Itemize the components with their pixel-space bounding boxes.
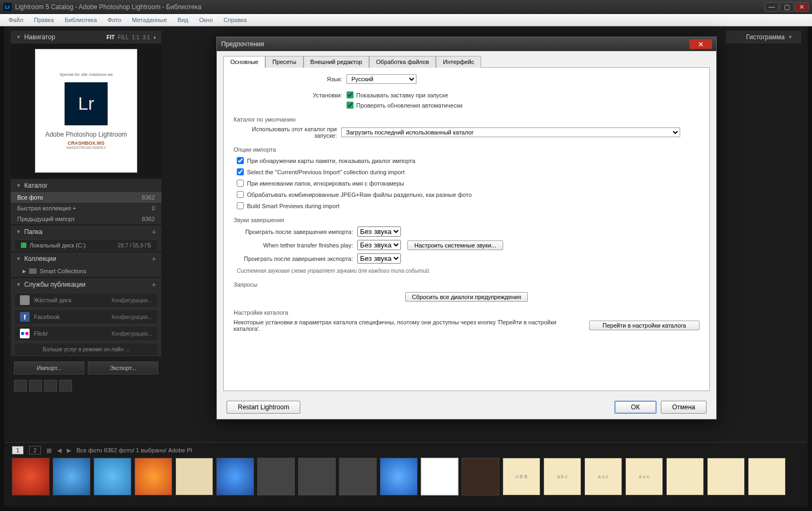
import-option-checkbox[interactable] (237, 180, 244, 187)
zoom-menu-icon[interactable]: ♦ (153, 34, 156, 40)
menu-view[interactable]: Вид (173, 16, 193, 24)
folder-drive-c[interactable]: Локальный диск (C:) 28,7 / 55,9 ГБ (14, 239, 158, 251)
import-option-row[interactable]: Обрабатывать комбинированные JPEG+Raw фа… (237, 191, 700, 198)
import-option-checkbox[interactable] (237, 157, 244, 164)
thumbnail[interactable] (175, 458, 213, 495)
catalog-header[interactable]: ▼ Каталог (11, 179, 161, 192)
thumbnail[interactable] (339, 458, 377, 495)
publish-harddrive[interactable]: Жёсткий диск Конфигурация... (14, 293, 158, 308)
publish-flickr[interactable]: Flickr Конфигурация... (14, 326, 158, 341)
menu-window[interactable]: Окно (195, 16, 217, 24)
publish-header[interactable]: ▼ Службы публикации + (11, 278, 161, 291)
publish-config[interactable]: Конфигурация... (112, 331, 152, 337)
grid-view-icon[interactable] (14, 380, 27, 392)
navigator-header[interactable]: ▼ Навигатор FIT FILL 1:1 3:1 ♦ (11, 31, 161, 44)
compare-view-icon[interactable] (44, 380, 57, 392)
publish-config[interactable]: Конфигурация... (112, 314, 152, 320)
import-option-row[interactable]: При именовании папок, игнорировать имя с… (237, 180, 700, 187)
menu-metadata[interactable]: Метаданные (128, 16, 171, 24)
thumbnail[interactable]: a o c (625, 458, 663, 495)
reset-prompts-button[interactable]: Сбросить все диалоги предупреждения (405, 292, 528, 302)
zoom-fit[interactable]: FIT (107, 34, 115, 40)
loupe-view-icon[interactable] (29, 380, 42, 392)
sound-export-select[interactable]: Без звука (357, 253, 401, 264)
menu-edit[interactable]: Правка (30, 16, 58, 24)
publish-facebook[interactable]: f Facebook Конфигурация... (14, 309, 158, 324)
monitor-1-button[interactable]: 1 (12, 446, 24, 455)
sound-import-select[interactable]: Без звука (357, 226, 401, 237)
thumbnail[interactable] (94, 458, 131, 495)
import-option-row[interactable]: Select the "Current/Previous Import" col… (237, 168, 700, 175)
thumbnail[interactable]: a b c (543, 458, 581, 495)
thumbnail[interactable] (707, 458, 745, 495)
catalog-previous-import[interactable]: Предыдущий импорт 8362 (11, 214, 161, 224)
show-splash-checkbox[interactable] (347, 91, 354, 98)
chevron-right-icon[interactable]: ▶ (67, 447, 71, 454)
export-button[interactable]: Экспорт... (88, 361, 158, 374)
thumbnail[interactable] (748, 458, 786, 495)
thumbnail[interactable] (380, 458, 418, 495)
tab-external-editor[interactable]: Внешний редактор (303, 56, 369, 68)
folders-header[interactable]: ▼ Папка + (11, 225, 161, 238)
thumbnail[interactable] (666, 458, 704, 495)
tab-presets[interactable]: Пресеты (265, 56, 303, 68)
add-folder-icon[interactable]: + (152, 228, 156, 236)
zoom-fill[interactable]: FILL (118, 34, 129, 40)
monitor-2-button[interactable]: 2 (29, 446, 41, 455)
zoom-3-1[interactable]: 3:1 (143, 34, 150, 40)
zoom-1-1[interactable]: 1:1 (132, 34, 139, 40)
menu-file[interactable]: Файл (4, 16, 27, 24)
chevron-left-icon[interactable]: ◀ (57, 447, 61, 454)
thumbnail[interactable] (462, 458, 499, 495)
navigator-preview[interactable]: Special for site crashbox.ws Lr Adobe Ph… (11, 44, 161, 178)
default-catalog-title: Каталог по умолчанию (234, 116, 700, 123)
close-button[interactable]: ✕ (795, 2, 809, 12)
collections-header[interactable]: ▼ Коллекции + (11, 252, 161, 265)
menu-library[interactable]: Библиотека (60, 16, 101, 24)
import-option-checkbox[interactable] (237, 168, 244, 175)
import-button[interactable]: Импорт... (14, 361, 84, 374)
thumbnail[interactable] (216, 458, 254, 495)
histogram-header[interactable]: Гистограмма ▼ (726, 31, 801, 44)
thumbnail[interactable] (298, 458, 336, 495)
smart-collections[interactable]: ▶ Smart Collections (11, 265, 161, 277)
import-option-checkbox[interactable] (237, 202, 244, 209)
system-sounds-button[interactable]: Настроить системные звуки... (407, 240, 503, 250)
survey-view-icon[interactable] (59, 380, 72, 392)
tab-general[interactable]: Основные (223, 56, 265, 68)
cancel-button[interactable]: Отмена (661, 401, 707, 414)
thumbnail[interactable]: a o c (584, 458, 622, 495)
ok-button[interactable]: ОК (615, 401, 656, 414)
thumbnail[interactable] (53, 458, 90, 495)
minimize-button[interactable]: — (765, 2, 779, 12)
grid-icon[interactable]: ▦ (46, 447, 52, 454)
thumbnail[interactable] (12, 458, 50, 495)
thumbnail[interactable] (135, 458, 172, 495)
thumbnail[interactable] (421, 458, 458, 495)
maximize-button[interactable]: ▢ (780, 2, 794, 12)
sound-tether-label: When tether transfer finishes play: (234, 242, 357, 249)
dialog-close-button[interactable]: ✕ (689, 39, 712, 49)
restart-lightroom-button[interactable]: Restart Lightroom (227, 401, 300, 414)
catalog-all-photos[interactable]: Все фото 8362 (11, 192, 161, 203)
add-collection-icon[interactable]: + (152, 254, 156, 263)
default-catalog-select[interactable]: Загрузить последний использованный катал… (341, 127, 680, 137)
filmstrip[interactable]: A B B a b c a o c a o c (4, 458, 808, 504)
tab-interface[interactable]: Интерфейс (436, 56, 481, 68)
publish-more-online[interactable]: Больше услуг в режиме он-лайн ... (14, 343, 158, 356)
menu-help[interactable]: Справка (220, 16, 251, 24)
catalog-quick-collection[interactable]: Быстрая коллекция + 0 (11, 203, 161, 214)
add-publish-icon[interactable]: + (152, 280, 156, 289)
auto-update-checkbox[interactable] (347, 102, 354, 109)
menu-photo[interactable]: Фото (103, 16, 125, 24)
tab-file-handling[interactable]: Обработка файлов (369, 56, 436, 68)
thumbnail[interactable] (257, 458, 295, 495)
language-select[interactable]: Русский (347, 74, 416, 84)
publish-config[interactable]: Конфигурация... (112, 297, 152, 303)
import-option-checkbox[interactable] (237, 191, 244, 198)
sound-tether-select[interactable]: Без звука (357, 240, 401, 250)
import-option-row[interactable]: Build Smart Previews during import (237, 202, 700, 209)
thumbnail[interactable]: A B B (503, 458, 540, 495)
import-option-row[interactable]: При обнаружении карты памяти, показывать… (237, 157, 700, 164)
goto-catalog-settings-button[interactable]: Перейти в настройки каталога (589, 321, 700, 330)
